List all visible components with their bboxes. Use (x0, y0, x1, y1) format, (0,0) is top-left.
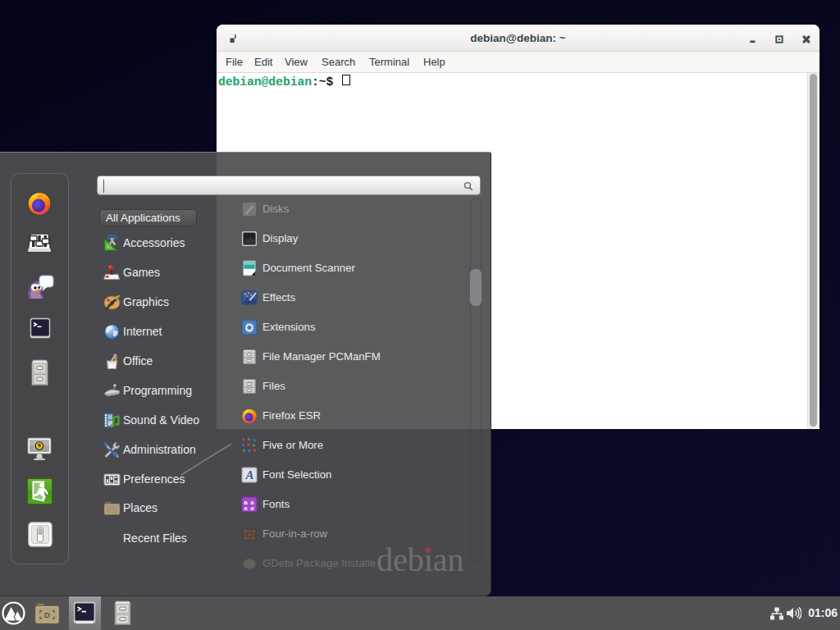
svg-text:a: a (244, 504, 248, 512)
svg-text:D: D (44, 610, 50, 619)
svg-text:A: A (244, 468, 253, 482)
svg-text:a: a (251, 504, 254, 512)
